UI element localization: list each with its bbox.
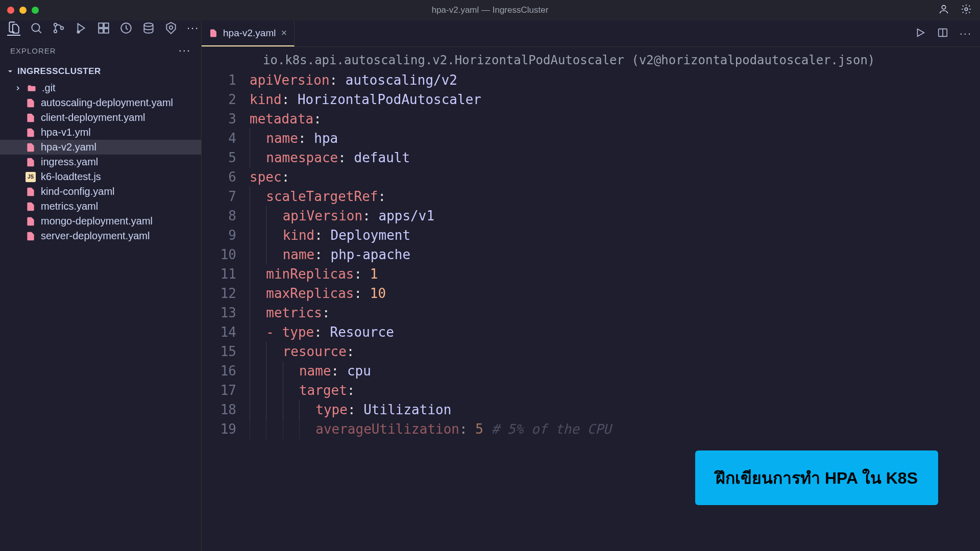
code-line[interactable]: kind: HorizontalPodAutoscaler bbox=[250, 90, 980, 109]
code-line[interactable]: scaleTargetRef: bbox=[250, 187, 980, 206]
file-label: mongo-deployment.yaml bbox=[41, 215, 153, 227]
folder-icon bbox=[27, 83, 37, 93]
file-icon bbox=[209, 29, 218, 38]
settings-gear-icon[interactable] bbox=[961, 4, 972, 17]
run-icon[interactable] bbox=[915, 27, 926, 40]
file-item[interactable]: autoscaling-deployment.yaml bbox=[0, 95, 201, 110]
line-number: 13 bbox=[202, 303, 236, 322]
svg-point-12 bbox=[144, 23, 153, 27]
file-item[interactable]: hpa-v2.yaml bbox=[0, 140, 201, 155]
file-item[interactable]: server-deployment.yaml bbox=[0, 229, 201, 243]
file-item[interactable]: ingress.yaml bbox=[0, 155, 201, 169]
chevron-right-icon bbox=[14, 85, 21, 92]
code-line[interactable]: target: bbox=[250, 381, 980, 400]
line-number: 1 bbox=[202, 70, 236, 90]
source-control-icon[interactable] bbox=[52, 21, 65, 35]
file-item[interactable]: JSk6-loadtest.js bbox=[0, 169, 201, 184]
code-line[interactable]: name: hpa bbox=[250, 129, 980, 148]
code-line[interactable]: type: Utilization bbox=[250, 400, 980, 419]
line-number: 9 bbox=[202, 226, 236, 245]
code-line[interactable]: spec: bbox=[250, 167, 980, 187]
chevron-down-icon bbox=[6, 67, 14, 76]
yaml-file-icon bbox=[26, 202, 36, 212]
svg-rect-8 bbox=[104, 23, 109, 28]
search-icon[interactable] bbox=[30, 21, 43, 35]
code-line[interactable]: namespace: default bbox=[250, 148, 980, 167]
file-label: autoscaling-deployment.yaml bbox=[41, 97, 173, 109]
line-number: 12 bbox=[202, 284, 236, 303]
line-number: 11 bbox=[202, 264, 236, 284]
editor-more-icon[interactable]: ··· bbox=[960, 27, 972, 40]
line-number: 8 bbox=[202, 206, 236, 226]
line-number: 18 bbox=[202, 400, 236, 419]
code-line[interactable]: kind: Deployment bbox=[250, 226, 980, 245]
code-line[interactable]: apiVersion: apps/v1 bbox=[250, 206, 980, 226]
code-line[interactable]: averageUtilization: 5 # 5% of the CPU bbox=[250, 419, 980, 439]
code-line[interactable]: apiVersion: autoscaling/v2 bbox=[250, 70, 980, 90]
code-line[interactable]: name: php-apache bbox=[250, 245, 980, 264]
more-views-icon[interactable]: ··· bbox=[187, 21, 199, 35]
code-line[interactable]: metadata: bbox=[250, 109, 980, 129]
project-folder-header[interactable]: INGRESSCLUSTER bbox=[0, 62, 201, 81]
yaml-file-icon bbox=[26, 98, 36, 108]
maximize-window-button[interactable] bbox=[32, 7, 39, 14]
file-item[interactable]: kind-config.yaml bbox=[0, 184, 201, 199]
file-label: hpa-v2.yaml bbox=[41, 141, 96, 153]
line-number: 10 bbox=[202, 245, 236, 264]
sidebar: ··· EXPLORER ··· INGRESSCLUSTER .gitauto… bbox=[0, 20, 202, 551]
file-label: hpa-v1.yml bbox=[41, 127, 91, 138]
yaml-file-icon bbox=[26, 216, 36, 227]
file-item[interactable]: hpa-v1.yml bbox=[0, 125, 201, 140]
minimize-window-button[interactable] bbox=[19, 7, 27, 14]
file-label: metrics.yaml bbox=[41, 201, 98, 212]
file-tree: .gitautoscaling-deployment.yamlclient-de… bbox=[0, 81, 201, 551]
code-line[interactable]: name: cpu bbox=[250, 361, 980, 381]
line-number: 17 bbox=[202, 381, 236, 400]
svg-point-13 bbox=[169, 26, 173, 30]
sidebar-title: EXPLORER bbox=[10, 46, 56, 55]
yaml-file-icon bbox=[26, 142, 36, 153]
timeline-icon[interactable] bbox=[119, 21, 133, 35]
file-item[interactable]: client-deployment.yaml bbox=[0, 110, 201, 125]
svg-point-1 bbox=[965, 8, 968, 11]
file-label: client-deployment.yaml bbox=[41, 112, 145, 123]
file-label: .git bbox=[42, 82, 56, 94]
line-number: 4 bbox=[202, 129, 236, 148]
yaml-file-icon bbox=[26, 157, 36, 167]
line-number: 14 bbox=[202, 322, 236, 342]
explorer-more-icon[interactable]: ··· bbox=[179, 44, 191, 57]
database-icon[interactable] bbox=[142, 21, 155, 35]
explorer-icon[interactable] bbox=[7, 20, 20, 36]
folder-item[interactable]: .git bbox=[0, 81, 201, 95]
svg-point-3 bbox=[54, 23, 57, 26]
close-tab-icon[interactable]: × bbox=[281, 27, 287, 39]
account-icon[interactable] bbox=[938, 4, 949, 17]
file-label: ingress.yaml bbox=[41, 156, 98, 168]
line-number: 5 bbox=[202, 148, 236, 167]
split-editor-icon[interactable] bbox=[937, 27, 948, 40]
tab-hpa-v2[interactable]: hpa-v2.yaml × bbox=[202, 20, 295, 46]
yaml-file-icon bbox=[26, 113, 36, 123]
code-line[interactable]: maxReplicas: 10 bbox=[250, 284, 980, 303]
code-line[interactable]: minReplicas: 1 bbox=[250, 264, 980, 284]
code-line[interactable]: metrics: bbox=[250, 303, 980, 322]
activity-bar: ··· bbox=[0, 20, 202, 36]
tab-bar: hpa-v2.yaml × ··· bbox=[202, 20, 980, 47]
tab-label: hpa-v2.yaml bbox=[223, 28, 276, 39]
svg-rect-10 bbox=[104, 29, 109, 33]
close-window-button[interactable] bbox=[7, 7, 14, 14]
run-debug-icon[interactable] bbox=[75, 21, 88, 35]
file-item[interactable]: mongo-deployment.yaml bbox=[0, 214, 201, 229]
js-file-icon: JS bbox=[26, 172, 36, 182]
svg-point-2 bbox=[32, 23, 39, 31]
svg-point-5 bbox=[61, 27, 63, 29]
line-number: 19 bbox=[202, 419, 236, 439]
code-line[interactable]: - type: Resource bbox=[250, 322, 980, 342]
extensions-icon[interactable] bbox=[97, 21, 110, 35]
file-item[interactable]: metrics.yaml bbox=[0, 199, 201, 214]
line-number: 15 bbox=[202, 342, 236, 361]
kubernetes-icon[interactable] bbox=[164, 21, 178, 35]
line-number: 16 bbox=[202, 361, 236, 381]
code-line[interactable]: resource: bbox=[250, 342, 980, 361]
breadcrumb[interactable]: io.k8s.api.autoscaling.v2.HorizontalPodA… bbox=[202, 47, 980, 70]
